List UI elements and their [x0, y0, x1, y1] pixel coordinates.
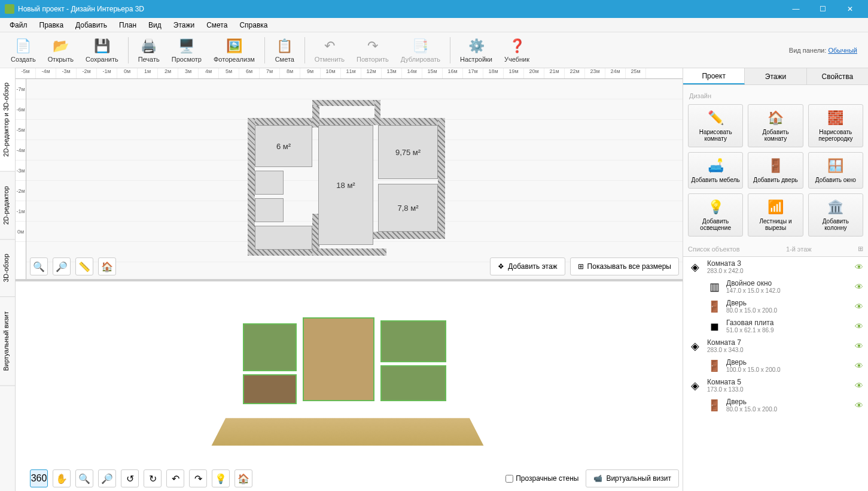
grid-icon: ⊞ [578, 262, 584, 271]
right-tab-2[interactable]: Свойства [807, 68, 868, 84]
add-door-icon: 🚪 [767, 157, 784, 174]
virtual-visit-button[interactable]: 📹Виртуальный визит [586, 469, 679, 487]
object-item-door[interactable]: 🚪Дверь100.0 x 15.0 x 200.0👁 [683, 356, 868, 375]
menu-план[interactable]: План [113, 20, 142, 31]
preview-icon: 🖥️ [178, 38, 195, 54]
add-column-button[interactable]: 🏛️Добавить колонну [808, 193, 863, 237]
draw-wall-icon: 🧱 [827, 110, 844, 126]
visibility-icon[interactable]: 👁 [855, 361, 863, 371]
add-light-icon: 💡 [707, 199, 724, 216]
toolbar-redo: ↷Повторить [352, 35, 394, 65]
add-column-icon: 🏛️ [827, 199, 844, 216]
visibility-icon[interactable]: 👁 [855, 381, 863, 390]
home-icon[interactable]: 🏠 [98, 257, 116, 275]
undo-3d-icon[interactable]: ↶ [166, 469, 184, 487]
toolbar-photoreal[interactable]: 🖼️Фотореализм [209, 35, 260, 65]
visibility-icon[interactable]: 👁 [855, 282, 863, 292]
object-item-room[interactable]: ◈Комната 7283.0 x 343.0👁 [683, 336, 868, 356]
zoom-out-3d-icon[interactable]: 🔍 [75, 469, 93, 487]
object-item-door[interactable]: 🚪Дверь80.0 x 15.0 x 200.0👁 [683, 395, 868, 415]
visibility-icon[interactable]: 👁 [855, 302, 863, 311]
zoom-in-icon[interactable]: 🔎 [53, 257, 71, 275]
add-door-button[interactable]: 🚪Добавить дверь [748, 152, 803, 189]
close-button[interactable]: ✕ [836, 0, 863, 18]
transparent-walls-checkbox[interactable]: Прозрачные стены [505, 474, 578, 483]
view-3d[interactable]: 360 ✋ 🔍 🔎 ↺ ↻ ↶ ↷ 💡 🏠 Прозрачные стены 📹… [16, 281, 683, 491]
menubar: ФайлПравкаДобавитьПланВидЭтажиСметаСправ… [0, 18, 868, 32]
visibility-icon[interactable]: 👁 [855, 262, 863, 272]
maximize-button[interactable]: ☐ [809, 0, 836, 18]
add-light-button[interactable]: 💡Добавить освещение [688, 193, 743, 237]
create-icon: 📄 [15, 38, 32, 54]
canvas-2d[interactable]: 6 м² 18 м² 9,75 м² 7,8 м² [26, 79, 683, 279]
draw-room-icon: ✏️ [707, 110, 724, 126]
home-3d-icon[interactable]: 🏠 [234, 469, 252, 487]
object-item-window[interactable]: ▥Двойное окно147.0 x 15.0 x 142.0👁 [683, 277, 868, 296]
add-furniture-button[interactable]: 🛋️Добавить мебель [688, 152, 743, 189]
app-icon [5, 4, 14, 14]
menu-этажи[interactable]: Этажи [167, 20, 200, 31]
right-panel: ПроектЭтажиСвойства Дизайн ✏️Нарисовать … [683, 68, 868, 491]
toolbar-settings[interactable]: ⚙️Настройки [455, 35, 497, 65]
toolbar-save[interactable]: 💾Сохранить [81, 35, 123, 65]
view-2d[interactable]: -5м-4м-3м-2м-1м0м1м2м3м4м5м6м7м8м9м10м11… [16, 68, 683, 281]
right-tab-0[interactable]: Проект [683, 68, 745, 84]
redo-3d-icon[interactable]: ↷ [189, 469, 207, 487]
panel-view-link[interactable]: Обычный [828, 47, 857, 54]
zoom-out-icon[interactable]: 🔍 [30, 257, 48, 275]
menu-вид[interactable]: Вид [142, 20, 167, 31]
show-all-sizes-button[interactable]: ⊞Показывать все размеры [570, 257, 679, 275]
pan-icon[interactable]: ✋ [53, 469, 71, 487]
light-icon[interactable]: 💡 [212, 469, 230, 487]
side-tab-1[interactable]: 2D-редактор [0, 172, 15, 240]
object-list[interactable]: ◈Комната 3283.0 x 242.0👁▥Двойное окно147… [683, 256, 868, 491]
object-item-room[interactable]: ◈Комната 5173.0 x 133.0👁 [683, 375, 868, 395]
stove-icon: ◼ [707, 319, 721, 334]
minimize-button[interactable]: — [782, 0, 809, 18]
menu-добавить[interactable]: Добавить [69, 20, 113, 31]
rotate-cw-icon[interactable]: ↻ [144, 469, 162, 487]
right-tab-1[interactable]: Этажи [745, 68, 806, 84]
settings-icon: ⚙️ [468, 38, 485, 54]
360-icon[interactable]: 360 [30, 469, 48, 487]
toolbar-print[interactable]: 🖨️Печать [133, 35, 165, 65]
floor-plan[interactable]: 6 м² 18 м² 9,75 м² 7,8 м² [248, 100, 445, 256]
rotate-ccw-icon[interactable]: ↺ [121, 469, 139, 487]
print-icon: 🖨️ [141, 38, 157, 54]
side-tab-2[interactable]: 3D-обзор [0, 240, 15, 297]
toolbar-preview[interactable]: 🖥️Просмотр [167, 35, 206, 65]
add-room-button[interactable]: 🏠Добавить комнату [748, 104, 803, 147]
draw-wall-button[interactable]: 🧱Нарисовать перегородку [808, 104, 863, 147]
toolbar-open[interactable]: 📂Открыть [43, 35, 78, 65]
visibility-icon[interactable]: 👁 [855, 341, 863, 351]
toolbar-create[interactable]: 📄Создать [6, 35, 41, 65]
draw-room-button[interactable]: ✏️Нарисовать комнату [688, 104, 743, 147]
add-furniture-icon: 🛋️ [707, 157, 724, 174]
menu-файл[interactable]: Файл [4, 20, 33, 31]
add-window-icon: 🪟 [827, 157, 844, 174]
open-icon: 📂 [52, 38, 69, 54]
side-tab-3[interactable]: Виртуальный визит [0, 297, 15, 386]
app-title: Новый проект - Дизайн Интерьера 3D [18, 5, 144, 13]
room-icon: ◈ [688, 339, 702, 353]
add-floor-button[interactable]: ❖Добавить этаж [490, 257, 565, 275]
object-item-room[interactable]: ◈Комната 3283.0 x 242.0👁 [683, 257, 868, 277]
estimate-icon: 📋 [276, 38, 293, 54]
visibility-icon[interactable]: 👁 [855, 401, 863, 410]
stairs-button[interactable]: 📶Лестницы и вырезы [748, 193, 803, 237]
ruler-icon[interactable]: 📏 [75, 257, 93, 275]
side-tab-0[interactable]: 2D-редактор и 3D-обзор [0, 68, 15, 172]
room-area-4: 7,8 м² [398, 204, 419, 213]
list-settings-icon[interactable]: ⊞ [858, 245, 863, 253]
visibility-icon[interactable]: 👁 [855, 322, 863, 331]
object-item-stove[interactable]: ◼Газовая плита51.0 x 62.1 x 86.9👁 [683, 316, 868, 336]
zoom-in-3d-icon[interactable]: 🔎 [98, 469, 116, 487]
menu-правка[interactable]: Правка [33, 20, 70, 31]
menu-смета[interactable]: Смета [200, 20, 233, 31]
toolbar-estimate[interactable]: 📋Смета [270, 35, 300, 65]
add-window-button[interactable]: 🪟Добавить окно [808, 152, 863, 189]
render-3d-scene[interactable] [219, 299, 476, 455]
toolbar-help[interactable]: ❓Учебник [500, 35, 534, 65]
menu-справка[interactable]: Справка [233, 20, 273, 31]
object-item-door[interactable]: 🚪Дверь80.0 x 15.0 x 200.0👁 [683, 296, 868, 316]
